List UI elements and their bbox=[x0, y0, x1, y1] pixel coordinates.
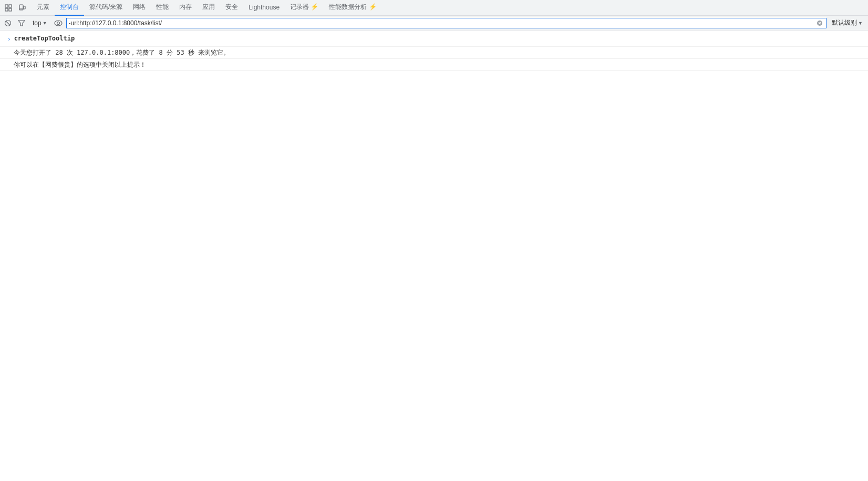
svg-point-10 bbox=[55, 21, 62, 26]
svg-rect-3 bbox=[9, 8, 12, 11]
context-dropdown-icon: ▼ bbox=[43, 21, 47, 26]
svg-rect-5 bbox=[24, 6, 25, 9]
main-toolbar: 元素 控制台 源代码/来源 网络 性能 内存 应用 安全 Lighthouse … bbox=[0, 0, 868, 16]
tab-network[interactable]: 网络 bbox=[128, 0, 151, 16]
tab-console[interactable]: 控制台 bbox=[55, 0, 84, 16]
tab-recorder[interactable]: 记录器 ⚡ bbox=[285, 0, 324, 16]
device-toolbar-button[interactable] bbox=[16, 2, 28, 14]
nav-tabs: 元素 控制台 源代码/来源 网络 性能 内存 应用 安全 Lighthouse … bbox=[32, 0, 382, 15]
svg-marker-9 bbox=[18, 21, 25, 26]
tab-sources[interactable]: 源代码/来源 bbox=[84, 0, 128, 16]
console-toolbar: top ▼ 默认级别 ▼ bbox=[0, 16, 868, 30]
tab-security[interactable]: 安全 bbox=[220, 0, 243, 16]
inspect-element-button[interactable] bbox=[2, 2, 15, 14]
filter-input[interactable] bbox=[69, 19, 815, 27]
tab-elements[interactable]: 元素 bbox=[32, 0, 55, 16]
filter-clear-button[interactable] bbox=[815, 19, 824, 27]
svg-rect-0 bbox=[5, 5, 8, 7]
context-selector[interactable]: top ▼ bbox=[29, 18, 50, 28]
tab-application[interactable]: 应用 bbox=[197, 0, 220, 16]
console-entry-title: › createTopTooltip bbox=[0, 33, 868, 47]
filter-input-wrapper bbox=[66, 18, 826, 28]
svg-point-11 bbox=[57, 22, 59, 24]
console-entry-info-2: 你可以在【网费很贵】的选项中关闭以上提示！ bbox=[0, 59, 868, 71]
level-selector[interactable]: 默认级别 ▼ bbox=[829, 18, 866, 28]
entry-line-2: 你可以在【网费很贵】的选项中关闭以上提示！ bbox=[14, 60, 864, 69]
filter-toggle-button[interactable] bbox=[16, 17, 27, 29]
console-output: › createTopTooltip 今天您打开了 28 次 127.0.0.1… bbox=[0, 30, 868, 462]
entry-title: createTopTooltip bbox=[14, 35, 75, 42]
info-icon-1 bbox=[4, 48, 12, 48]
expand-arrow-left[interactable]: › bbox=[4, 34, 14, 45]
tab-performance-insights[interactable]: 性能数据分析 ⚡ bbox=[324, 0, 381, 16]
tab-lighthouse[interactable]: Lighthouse bbox=[243, 0, 285, 16]
svg-rect-1 bbox=[9, 5, 12, 7]
tab-memory[interactable]: 内存 bbox=[174, 0, 197, 16]
entry-line-1: 今天您打开了 28 次 127.0.0.1:8000，花费了 8 分 53 秒 … bbox=[14, 48, 864, 57]
level-dropdown-icon: ▼ bbox=[858, 21, 863, 26]
level-label: 默认级别 bbox=[832, 18, 857, 27]
svg-rect-2 bbox=[5, 8, 8, 11]
tab-performance[interactable]: 性能 bbox=[151, 0, 174, 16]
info-icon-2 bbox=[4, 60, 12, 60]
eye-button[interactable] bbox=[53, 17, 64, 29]
svg-line-8 bbox=[6, 21, 10, 25]
clear-console-button[interactable] bbox=[2, 17, 14, 29]
console-entry-info-1: 今天您打开了 28 次 127.0.0.1:8000，花费了 8 分 53 秒 … bbox=[0, 47, 868, 59]
context-label: top bbox=[33, 19, 42, 27]
